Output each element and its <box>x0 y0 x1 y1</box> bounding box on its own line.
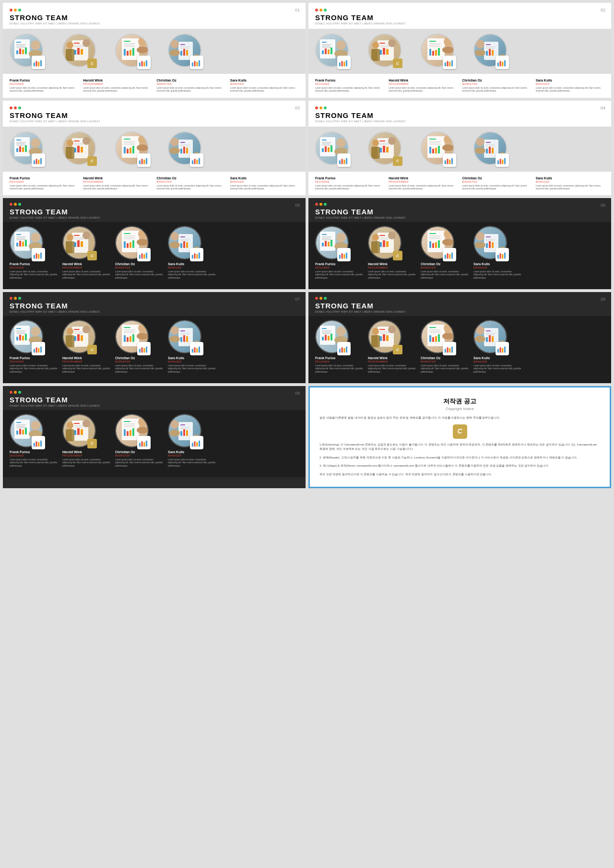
svg-rect-413 <box>325 335 327 340</box>
svg-rect-245 <box>36 253 37 258</box>
svg-rect-88 <box>429 43 441 44</box>
svg-rect-303 <box>342 253 343 258</box>
member-role: MARKETER <box>157 180 225 183</box>
member-role: DESIGNER <box>315 180 384 183</box>
svg-rect-312 <box>383 240 385 247</box>
slide-slide-6: 06STRONG TEAMDONEC VOLUTPAT NIBH SIT AME… <box>308 198 611 289</box>
avatar-wrap <box>421 131 454 165</box>
svg-rect-131 <box>40 158 42 164</box>
svg-point-140 <box>83 137 90 145</box>
team-member: Sara KulisMANAGERLorem ipsum dolor sit a… <box>473 226 521 280</box>
svg-rect-362 <box>38 348 39 352</box>
member-desc: Lorem ipsum dolor sit amet, consectetur … <box>473 270 521 280</box>
member-role: DESIGNER <box>315 266 363 269</box>
team-member: C <box>62 131 110 167</box>
svg-rect-288 <box>196 254 198 258</box>
svg-rect-484 <box>74 427 83 428</box>
svg-rect-264 <box>124 238 135 239</box>
slide-dots <box>10 106 299 109</box>
dot <box>324 297 327 300</box>
badge-c: C <box>87 439 97 448</box>
avatar-wrap <box>315 226 349 259</box>
svg-point-443 <box>444 324 452 332</box>
svg-point-126 <box>31 138 40 148</box>
slide-subtitle: DONEC VOLUTPAT NIBH SIT AMET LIBERO ORNA… <box>10 22 299 25</box>
svg-rect-42 <box>146 60 147 67</box>
svg-rect-152 <box>132 146 134 153</box>
dot <box>319 9 322 12</box>
slide-dots <box>315 297 604 300</box>
svg-rect-5 <box>16 47 26 48</box>
svg-rect-482 <box>74 423 80 424</box>
team-member: CHarold WinkPROGRAMMERLorem ipsum dolor … <box>368 226 416 280</box>
dot <box>315 203 318 206</box>
svg-rect-230 <box>502 159 503 164</box>
svg-point-516 <box>169 430 180 436</box>
member-desc: Lorem ipsum dolor sit amet, consectetur … <box>421 364 469 374</box>
svg-rect-471 <box>19 429 21 434</box>
svg-point-68 <box>336 40 346 50</box>
svg-point-502 <box>137 427 148 434</box>
svg-rect-477 <box>36 441 37 446</box>
copyright-title: 저작권 공고 <box>443 397 476 406</box>
badge-c: C <box>393 345 402 354</box>
svg-rect-106 <box>486 51 488 56</box>
svg-point-284 <box>169 242 180 248</box>
dot <box>14 203 17 206</box>
member-name: Frank Furios <box>10 450 58 454</box>
svg-rect-461 <box>500 347 501 352</box>
mini-chart <box>496 153 509 167</box>
member-name: Sara Kulis <box>230 79 299 82</box>
member-role: DESIGNER <box>315 360 363 363</box>
team-member: Christian OzMARKETERLorem ipsum dolor si… <box>115 320 163 374</box>
member-name: Sara Kulis <box>168 356 216 360</box>
slide-title: STRONG TEAM <box>10 302 299 310</box>
mini-chart <box>32 56 45 69</box>
team-member: Frank FuriosDESIGNERLorem ipsum dolor si… <box>10 226 58 280</box>
svg-rect-163 <box>180 146 189 147</box>
slide-dots <box>315 203 604 206</box>
member-role: MANAGER <box>230 82 299 85</box>
members-row: Frank FuriosDESIGNERLorem ipsum dolor si… <box>10 320 299 374</box>
svg-rect-330 <box>447 253 449 258</box>
member-text-col: Sara KulisMANAGERLorem ipsum dolor sit a… <box>536 79 604 93</box>
svg-rect-35 <box>130 50 131 56</box>
svg-rect-418 <box>339 349 341 353</box>
svg-rect-332 <box>451 253 453 259</box>
svg-rect-158 <box>146 158 147 164</box>
mini-chart <box>443 56 456 69</box>
svg-rect-440 <box>432 337 434 342</box>
team-member <box>115 131 163 167</box>
svg-point-51 <box>170 40 179 48</box>
mini-chart <box>190 248 203 261</box>
svg-rect-448 <box>451 347 453 353</box>
svg-rect-30 <box>124 43 135 44</box>
member-name: Frank Furios <box>315 356 363 360</box>
member-name: Christian Oz <box>157 79 225 82</box>
svg-rect-510 <box>180 427 190 428</box>
avatar-wrap <box>168 414 201 447</box>
svg-rect-93 <box>435 50 437 56</box>
svg-point-26 <box>67 42 73 48</box>
slide-subtitle: DONEC VOLUTPAT NIBH SIT AMET LIBERO ORNA… <box>315 310 604 313</box>
dot <box>319 106 322 109</box>
members-row: Frank FuriosDESIGNERLorem ipsum dolor si… <box>315 226 604 280</box>
svg-rect-325 <box>435 242 437 248</box>
team-member: Sara KulisMANAGERLorem ipsum dolor sit a… <box>168 414 216 468</box>
badge-c: C <box>87 156 97 166</box>
svg-point-488 <box>83 420 90 427</box>
svg-rect-148 <box>124 144 135 145</box>
svg-rect-164 <box>180 149 182 153</box>
svg-point-167 <box>170 138 179 146</box>
svg-rect-29 <box>124 41 130 42</box>
svg-rect-121 <box>16 145 26 146</box>
svg-rect-251 <box>74 237 84 238</box>
svg-point-200 <box>372 140 379 146</box>
svg-rect-123 <box>19 146 21 152</box>
svg-rect-503 <box>139 443 141 446</box>
mini-chart <box>443 342 456 355</box>
member-desc: Lorem ipsum dolor sit amet, consectetur … <box>462 87 531 93</box>
slide-title: STRONG TEAM <box>315 13 604 22</box>
svg-point-226 <box>475 147 485 154</box>
svg-rect-321 <box>429 237 440 238</box>
